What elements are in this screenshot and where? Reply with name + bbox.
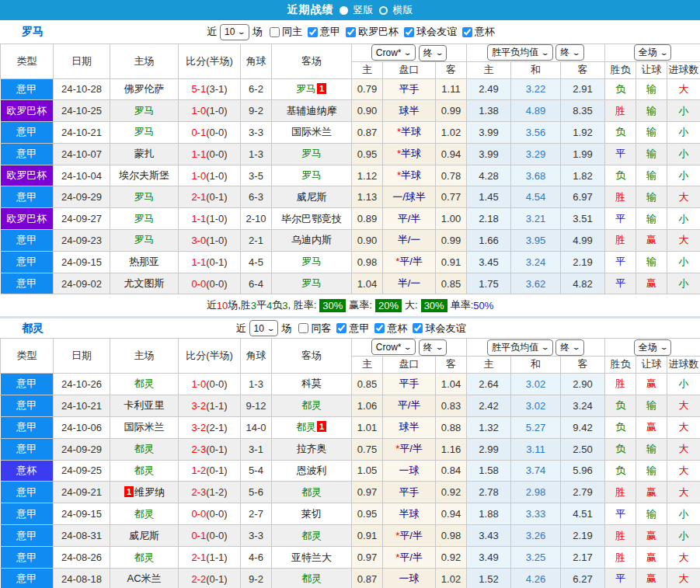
cell-home-team: 卡利亚里: [110, 395, 179, 416]
cell-score: 0-1(0-0): [179, 525, 241, 547]
team-label: 都灵: [301, 399, 322, 411]
col-header-result: 胜负: [605, 356, 636, 373]
recent-count-dropdown[interactable]: 10⌄: [249, 320, 279, 336]
mean-type-dropdown[interactable]: 胜平负均值⌄: [487, 339, 553, 356]
dropdown-value: Crow*: [376, 47, 402, 58]
cell-mean-away: 6.27: [561, 568, 605, 588]
team-label: 埃尔夫斯堡: [119, 169, 169, 181]
radio-horizontal-label[interactable]: 横版: [393, 3, 413, 17]
cell-odds-home: 0.95: [352, 143, 383, 165]
halftime-score: (1-1): [206, 551, 227, 563]
cell-goals-result: 小: [667, 503, 700, 525]
col-header-odds-line: 盘口: [383, 61, 436, 78]
cell-handicap-line: *平/半: [383, 547, 436, 569]
cell-mean-away: 2.19: [561, 251, 605, 273]
radio-vertical-icon[interactable]: [340, 6, 348, 15]
team-label: 罗马: [134, 105, 155, 117]
league-checkbox[interactable]: [308, 27, 318, 37]
cell-goals-result: 小: [667, 208, 700, 230]
league-checkbox[interactable]: [413, 323, 423, 333]
league-label: 球会友谊: [425, 322, 465, 336]
dropdown-value: 终: [423, 341, 433, 354]
cell-goals-result: 大: [667, 230, 700, 252]
same-venue-checkbox[interactable]: [298, 323, 308, 333]
same-venue-checkbox[interactable]: [270, 27, 280, 37]
cell-result: 平: [605, 143, 636, 165]
col-header-corner: 角球: [241, 44, 272, 79]
cell-odds-away: 0.83: [436, 395, 467, 416]
fulltime-score: 1-2: [191, 464, 206, 476]
col-header-goals: 进球数: [667, 356, 700, 373]
filter-bar-roma: 近10⌄场同主意甲欧罗巴杯球会友谊意杯: [205, 24, 495, 40]
summary-text: 50%: [473, 300, 493, 311]
fulltime-score: 2-1: [191, 191, 206, 203]
cell-handicap-line: 半/一: [383, 273, 436, 294]
odds-final-dropdown[interactable]: 终⌄: [419, 339, 448, 356]
league-type-badge: 意甲: [1, 230, 54, 252]
line-label: 半/一: [398, 277, 421, 289]
cell-score: 5-1(3-1): [179, 78, 241, 100]
rank-badge: 1: [317, 83, 326, 94]
summary-text: 3: [251, 300, 256, 311]
cell-odds-home: 0.75: [352, 438, 383, 460]
same-venue-label: 同客: [311, 322, 331, 336]
col-header-home: 主场: [110, 44, 179, 79]
radio-horizontal-icon[interactable]: [379, 6, 388, 15]
cell-result: 负: [605, 416, 636, 438]
cell-mean-away: 2.17: [561, 547, 605, 569]
scope-dropdown[interactable]: 全场⌄: [634, 44, 672, 61]
cell-mean-home: 2.99: [467, 438, 511, 460]
cell-goals-result: 小: [667, 165, 700, 186]
summary-text: 平: [256, 298, 266, 312]
odds-group-header: Crow*⌄ 终⌄: [352, 339, 467, 357]
odds-final-dropdown[interactable]: 终⌄: [419, 45, 448, 61]
team-label: 都灵: [301, 530, 322, 541]
match-row: 意甲24-09-29罗马2-1(0-1)6-3威尼斯1.13一/球半0.771.…: [1, 186, 700, 208]
cell-away-team: 国际米兰: [272, 122, 352, 144]
cell-date: 24-08-18: [54, 568, 110, 588]
fulltime-score: 1-0: [191, 170, 206, 182]
league-checkbox[interactable]: [404, 27, 414, 37]
match-row: 意杯24-09-25都灵1-2(0-1)5-4恩波利1.05一球0.841.58…: [1, 460, 700, 482]
rank-badge: 1: [124, 486, 134, 497]
odds-company-dropdown[interactable]: Crow*⌄: [371, 44, 416, 61]
match-row: 意甲24-09-23罗马3-0(1-0)2-1乌迪内斯0.90半/一0.991.…: [1, 230, 700, 252]
cell-date: 24-10-28: [54, 78, 110, 100]
league-type-badge: 意甲: [1, 438, 54, 460]
league-checkbox[interactable]: [346, 27, 356, 37]
cell-mean-home: 4.28: [467, 165, 511, 186]
cell-mean-draw: 3.25: [511, 547, 561, 569]
radio-vertical-label[interactable]: 竖版: [353, 3, 374, 17]
league-checkbox[interactable]: [336, 323, 347, 333]
league-checkbox[interactable]: [462, 27, 472, 37]
recent-count-dropdown[interactable]: 10⌄: [220, 24, 249, 40]
cell-result: 负: [605, 78, 636, 100]
mean-type-dropdown[interactable]: 胜平负均值⌄: [487, 44, 553, 61]
mean-group-header: 胜平负均值⌄ 终⌄: [467, 339, 605, 357]
cell-odds-home: 0.87: [352, 568, 383, 588]
line-label: 半球: [401, 169, 421, 181]
cell-corners: 4-6: [241, 547, 272, 569]
cell-mean-draw: 3.29: [511, 143, 561, 165]
halftime-score: (1-0): [206, 213, 227, 224]
summary-text: 3: [282, 300, 287, 311]
line-label: 一球: [399, 464, 420, 476]
games-label: 场: [252, 25, 263, 39]
cell-result: 负: [605, 460, 636, 482]
odds-company-dropdown[interactable]: Crow*⌄: [371, 339, 416, 355]
cell-away-team: 基辅迪纳摩: [272, 100, 352, 122]
match-row: 意甲24-09-15热那亚1-1(0-1)4-5罗马0.98*平/半0.913.…: [1, 251, 700, 273]
league-checkbox[interactable]: [374, 323, 385, 333]
line-label: 平手: [399, 486, 420, 498]
cell-goals-result: 大: [667, 395, 700, 416]
cell-mean-draw: 3.02: [511, 373, 561, 395]
team-label: 罗马: [301, 169, 322, 181]
mean-final-dropdown[interactable]: 终⌄: [555, 44, 584, 61]
scope-dropdown[interactable]: 全场⌄: [634, 339, 672, 356]
cell-handicap-result: 赢: [636, 273, 667, 294]
match-row: 意甲24-09-15都灵0-0(0-0)2-7莱切0.95半球0.941.883…: [1, 503, 700, 525]
cell-goals-result: 大: [667, 78, 700, 100]
cell-odds-away: 0.88: [436, 416, 467, 438]
cell-corners: 3-5: [241, 165, 272, 186]
mean-final-dropdown[interactable]: 终⌄: [555, 339, 584, 356]
